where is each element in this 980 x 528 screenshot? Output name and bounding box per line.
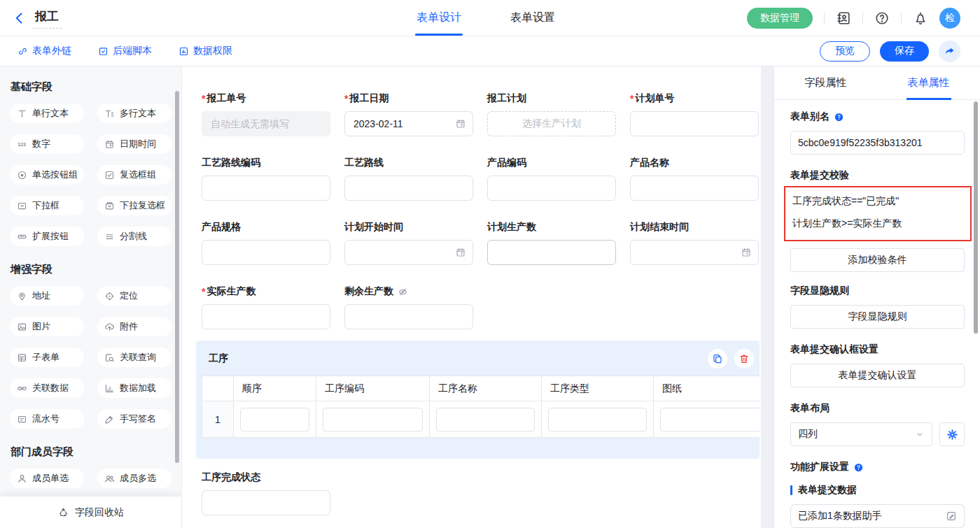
submit-confirm-button[interactable]: 表单提交确认设置: [790, 364, 965, 387]
data-assistant-value: 已添加1条数据助手: [798, 510, 882, 522]
sidebar-item-related-data[interactable]: 关联数据: [10, 378, 84, 398]
process-code-cell-input[interactable]: [323, 408, 423, 431]
divider: [862, 12, 863, 24]
tab-form-settings[interactable]: 表单设置: [509, 0, 556, 36]
sidebar-item-data-load[interactable]: 数据加载: [97, 378, 172, 398]
sidebar-item-locate[interactable]: 定位: [97, 286, 172, 306]
help-icon[interactable]: [874, 10, 890, 26]
tab-form-properties[interactable]: 表单属性: [877, 66, 980, 99]
report-no-input[interactable]: [202, 112, 330, 136]
process-status-input[interactable]: [202, 491, 330, 515]
sidebar-item-number[interactable]: 123数字: [10, 134, 84, 154]
share-button[interactable]: [939, 41, 960, 62]
sidebar-item-serial-number[interactable]: 流水号: [10, 409, 84, 429]
plan-start-time-input[interactable]: [345, 241, 472, 264]
tab-form-design[interactable]: 表单设计: [415, 0, 463, 36]
avatar[interactable]: 检: [939, 8, 960, 29]
field-plan-end-time[interactable]: 计划结束时间: [630, 221, 759, 265]
plan-qty-input[interactable]: [488, 241, 615, 264]
process-name-cell-input[interactable]: [436, 408, 535, 431]
subform-copy-button[interactable]: [708, 349, 727, 369]
data-permission-link[interactable]: 数据权限: [178, 45, 232, 57]
sidebar-item-signature[interactable]: 手写签名: [97, 409, 172, 429]
add-validation-button[interactable]: 添加校验条件: [790, 248, 965, 272]
field-actual-qty[interactable]: *实际生产数: [202, 285, 330, 329]
subform-delete-button[interactable]: [734, 349, 754, 369]
confirm-title: 表单提交确认框设置: [790, 343, 878, 356]
sidebar-item-radio-group[interactable]: 单选按钮组: [10, 165, 84, 185]
layout-settings-button[interactable]: [939, 422, 965, 446]
sidebar-item-multi-select[interactable]: 下拉复选框: [97, 196, 172, 215]
back-button[interactable]: [13, 11, 27, 25]
sidebar-item-select[interactable]: 下拉框: [10, 196, 84, 215]
process-type-cell-input[interactable]: [548, 408, 647, 431]
field-process-status[interactable]: 工序完成状态: [202, 471, 330, 515]
field-report-plan[interactable]: 报工计划 选择生产计划: [487, 92, 616, 136]
field-plan-qty[interactable]: 计划生产数: [487, 221, 616, 265]
sidebar-item-divider-line[interactable]: 分割线: [97, 227, 172, 246]
field-route-code[interactable]: 工艺路线编码: [202, 157, 330, 201]
order-cell-input[interactable]: [240, 408, 309, 431]
validation-rule[interactable]: 计划生产数>=实际生产数: [792, 213, 970, 235]
layout-select[interactable]: 四列: [790, 422, 932, 446]
form-alias-input[interactable]: [790, 131, 965, 155]
route-input[interactable]: [345, 176, 472, 200]
actual-qty-input[interactable]: [202, 305, 330, 329]
field-recycle-bin[interactable]: 字段回收站: [0, 497, 181, 528]
tab-field-properties[interactable]: 字段属性: [774, 66, 877, 99]
product-spec-input[interactable]: [202, 241, 330, 264]
field-route[interactable]: 工艺路线: [344, 157, 473, 201]
remaining-qty-input[interactable]: [345, 305, 472, 329]
field-remaining-qty[interactable]: 剩余生产数: [344, 285, 473, 329]
sub-toolbar: 表单外链 后端脚本 数据权限 预览 保存: [0, 36, 980, 66]
item-label: 成员多选: [120, 472, 156, 485]
contacts-book-icon[interactable]: [836, 10, 851, 26]
data-manage-button[interactable]: 数据管理: [747, 8, 813, 29]
sidebar-item-subform[interactable]: 子表单: [10, 348, 84, 367]
panel-scrollbar[interactable]: [974, 101, 978, 334]
save-button[interactable]: 保存: [880, 41, 929, 62]
sidebar-item-multi-line-text[interactable]: 多行文本: [97, 104, 172, 123]
field-label: 产品名称: [630, 157, 759, 169]
sidebar-item-member-single[interactable]: 成员单选: [10, 469, 84, 488]
sidebar-item-member-multi[interactable]: 成员多选: [97, 469, 172, 488]
plan-end-time-input[interactable]: [631, 241, 758, 264]
field-product-name[interactable]: 产品名称: [630, 157, 759, 201]
sidebar-item-datetime[interactable]: 日期时间: [97, 134, 172, 154]
product-code-input[interactable]: [488, 176, 615, 200]
sidebar-item-image[interactable]: 图片: [10, 317, 84, 336]
field-product-spec[interactable]: 产品规格: [202, 221, 330, 265]
notification-bell-icon[interactable]: [913, 10, 928, 26]
item-label: 数据加载: [120, 382, 156, 394]
data-assistant-box[interactable]: 已添加1条数据助手: [790, 504, 965, 528]
plan-no-input[interactable]: [631, 112, 758, 136]
sidebar-item-checkbox-group[interactable]: 复选框组: [97, 165, 172, 185]
report-plan-picker[interactable]: 选择生产计划: [487, 111, 616, 136]
product-name-input[interactable]: [631, 176, 758, 200]
sidebar-item-single-line-text[interactable]: 单行文本: [10, 104, 84, 123]
required-asterisk: *: [202, 93, 205, 104]
backend-script-link[interactable]: 后端脚本: [98, 45, 152, 57]
visibility-rules-button[interactable]: 字段显隐规则: [790, 305, 965, 329]
route-code-input[interactable]: [202, 176, 330, 200]
subform-process[interactable]: 工序 顺序 工序编码 工序名称 工序类型: [196, 341, 760, 459]
form-external-link[interactable]: 表单外链: [18, 45, 71, 57]
sidebar-scrollbar[interactable]: [175, 91, 179, 463]
sidebar-item-related-query[interactable]: 关联查询: [97, 348, 172, 367]
field-plan-no[interactable]: *计划单号: [630, 92, 759, 136]
field-report-date[interactable]: *报工日期: [344, 92, 473, 136]
report-date-input[interactable]: [345, 112, 472, 136]
help-circle-icon[interactable]: [853, 462, 864, 473]
sidebar-item-attachment[interactable]: 附件: [97, 317, 172, 336]
sidebar-item-extend-button[interactable]: 扩展按钮: [10, 227, 84, 246]
sidebar-item-address[interactable]: 地址: [10, 286, 84, 306]
field-product-code[interactable]: 产品编码: [487, 157, 616, 201]
field-plan-start-time[interactable]: 计划开始时间: [344, 221, 473, 265]
preview-button[interactable]: 预览: [820, 41, 870, 62]
edit-icon[interactable]: [946, 511, 957, 522]
help-circle-icon[interactable]: [834, 112, 844, 122]
drawing-cell-input[interactable]: [660, 408, 760, 431]
validation-rule[interactable]: 工序完成状态=="已完成": [792, 190, 970, 213]
field-report-no[interactable]: *报工单号: [202, 92, 330, 136]
form-title[interactable]: 报工: [32, 7, 62, 29]
